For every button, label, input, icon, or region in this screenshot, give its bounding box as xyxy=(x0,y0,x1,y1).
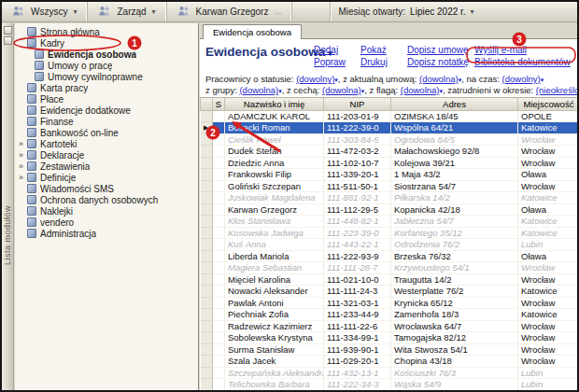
modules-strip-button-icon[interactable] xyxy=(4,26,12,35)
nip-cell: 111-222-39-0 xyxy=(324,122,391,134)
sidebar-item-ochrona-danych-osobowych[interactable]: Ochrona danych osobowych xyxy=(15,194,198,205)
filter-value-dropdown[interactable]: (dowolna) xyxy=(322,85,361,95)
action-dopisz-notatkę[interactable]: Dopisz notatkę xyxy=(407,57,474,67)
action-dopisz-umowę[interactable]: Dopisz umowę xyxy=(407,45,474,55)
name-cell: ADAMCZUK KAROL xyxy=(225,110,324,122)
sidebar-item-label: Kadry xyxy=(40,38,64,49)
status-cell xyxy=(213,286,225,298)
table-row[interactable]: Piechniak Zofia111-233-44-9Zamenhofa 18/… xyxy=(201,309,578,321)
row-selector xyxy=(201,110,213,122)
sidebar-item-strona-glowna[interactable]: Strona główna xyxy=(15,26,198,37)
expand-chevron-icon[interactable]: » xyxy=(19,150,26,160)
action-wyślij-e-mail[interactable]: Wyślij e-mail xyxy=(474,45,571,55)
action-pokaż[interactable]: Pokaż xyxy=(360,45,407,55)
table-row[interactable]: Sobolewska Krystyna111-334-99-1Tamogajsk… xyxy=(201,332,578,344)
tab-ewidencja-osobowa[interactable]: Ewidencja osobowa xyxy=(203,24,302,39)
sidebar-item-umowy-o-prace[interactable]: Umowy o pracę xyxy=(15,60,198,71)
sidebar-item-umowy-cywilnoprawne[interactable]: Umowy cywilnoprawne xyxy=(15,71,198,82)
filter-value-dropdown[interactable]: (dowolna) xyxy=(401,85,440,95)
table-row[interactable]: Kuś Anna111-443-22-1Odrodzenia 76/2Lubin xyxy=(201,239,578,251)
sidebar-item-administracja[interactable]: Administracja xyxy=(15,228,198,239)
filter-value-dropdown[interactable]: (nieokreślony) xyxy=(536,85,577,95)
report-icon xyxy=(27,161,36,171)
view-tab-wszyscy[interactable]: Wszyscy▾ xyxy=(2,2,88,21)
table-row[interactable]: Surma Stanisław111-939-90-1Wita Stwosza … xyxy=(201,343,578,356)
address-cell: Traugutta 14/2 xyxy=(391,273,518,286)
action-popraw[interactable]: Popraw xyxy=(314,57,360,67)
table-row[interactable]: Mięciel Karolina111-021-10-0Traugutta 14… xyxy=(201,273,578,286)
status-cell xyxy=(213,273,225,286)
filter-value-dropdown[interactable]: (dowolny) xyxy=(296,74,334,84)
row-selector xyxy=(201,192,213,204)
view-tab-zarzad[interactable]: Zarząd▾ xyxy=(88,2,166,21)
nip-cell: 111-029-20-1 xyxy=(324,356,391,368)
column-header[interactable]: Miejscowość xyxy=(518,98,578,110)
action-dodaj[interactable]: Dodaj xyxy=(314,45,360,55)
sidebar-item-bankowosc-on-line[interactable]: Bankowość on-line xyxy=(15,127,198,138)
table-row[interactable]: Radzewicz Kazimierz111-111-22-6Wrocławsk… xyxy=(201,320,578,332)
sidebar-item-karta-pracy[interactable]: Karta pracy xyxy=(15,82,198,93)
table-row[interactable]: ADAMCZUK KAROL111-203-01-9OZIMSKA 18/45O… xyxy=(201,110,578,122)
row-selector xyxy=(201,227,213,239)
sidebar-item-place[interactable]: Płace xyxy=(15,93,198,105)
sidebar-item-definicje[interactable]: »Definicje xyxy=(15,172,198,183)
sidebar-item-ewidencja-osobowa[interactable]: Ewidencja osobowa xyxy=(15,49,198,60)
column-header[interactable]: Adres xyxy=(391,98,518,110)
table-row[interactable]: Magiera Sebastian111-111-28-7Krzywousteg… xyxy=(201,262,578,274)
expand-chevron-icon[interactable]: » xyxy=(19,161,26,171)
city-cell: Wrocław xyxy=(518,343,578,356)
column-header[interactable]: Nazwisko i imię xyxy=(225,98,324,110)
table-row[interactable]: Szala Jacek111-029-20-1Chopina 43/18Wroc… xyxy=(201,356,578,368)
action-drukuj[interactable]: Drukuj xyxy=(360,57,407,67)
table-row[interactable]: Telichowska Barbara111-222-34-3Wąska 54/… xyxy=(201,379,578,391)
table-row[interactable]: ▶Bosacki Roman111-222-39-0Wspólna 64/21K… xyxy=(201,122,578,134)
table-row[interactable]: Cieślik Paweł111-303-84-5Ogrodowa 84/5Wr… xyxy=(201,133,578,146)
address-cell: Piłkarska 14/2 xyxy=(391,192,518,204)
table-row[interactable]: Goliński Szczepan111-511-50-1Siostrzana … xyxy=(201,180,578,192)
sidebar-item-ewidencje-dodatkowe[interactable]: Ewidencje dodatkowe xyxy=(15,105,198,116)
column-header[interactable]: NIP xyxy=(324,98,391,110)
expand-chevron-icon[interactable]: » xyxy=(19,139,26,148)
filter-value-dropdown[interactable]: (dowolna) xyxy=(239,85,278,95)
action-biblioteka-dokumentów[interactable]: Biblioteka dokumentów xyxy=(474,57,571,67)
table-row[interactable]: Dudek Stefan111-472-03-2Małachowskiego 9… xyxy=(201,146,578,158)
name-cell: Szala Jacek xyxy=(225,356,324,368)
expand-chevron-icon[interactable]: » xyxy=(19,173,26,182)
action-column: Dopisz umowęDopisz notatkę xyxy=(407,45,474,67)
sidebar-item-finanse[interactable]: Finanse xyxy=(15,116,198,127)
address-cell: Kopanicka 42/18 xyxy=(391,203,518,216)
sidebar-item-wiadomosci-sms[interactable]: Wiadomości SMS xyxy=(15,183,198,194)
chevron-down-icon[interactable]: ▾ xyxy=(471,7,474,16)
name-cell: Magiera Sebastian xyxy=(225,262,324,274)
name-cell: Kosowska Jadwiga xyxy=(225,227,324,239)
modules-strip-button-icon[interactable] xyxy=(4,36,12,45)
table-row[interactable]: Kosowska Jadwiga111-223-39-0Korfantego 3… xyxy=(201,227,578,239)
column-header[interactable]: S xyxy=(213,98,225,110)
sidebar-item-label: Ewidencja osobowa xyxy=(48,49,136,60)
sidebar-item-zestawienia[interactable]: »Zestawienia xyxy=(15,161,198,172)
table-row[interactable]: Kłos Stanisława111-448-82-1Jabłeczna 54/… xyxy=(201,216,578,228)
sidebar-item-kartoteki[interactable]: »Kartoteki xyxy=(15,138,198,149)
table-row[interactable]: Liberda Mariola111-222-93-9Brzeska 76/32… xyxy=(201,250,578,262)
chevron-down-icon[interactable]: ▾ xyxy=(541,77,544,83)
filter-value-dropdown[interactable]: (dowolna) xyxy=(419,74,459,84)
table-row[interactable]: Nowacki Aleksander111-111-24-3Westerplat… xyxy=(201,286,578,298)
table-row[interactable]: Szczepańska Aleksandra111-432-13-1Kościu… xyxy=(201,367,578,379)
table-row[interactable]: Juskowiak Magdalena111-881-92-1Piłkarska… xyxy=(201,192,578,204)
table-row[interactable]: Pawlak Antoni111-321-03-1Krynicka 65/12W… xyxy=(201,297,578,309)
sidebar-item-kadry[interactable]: Kadry xyxy=(15,37,198,49)
open-month-selector[interactable]: Miesiąc otwarty: Lipiec 2022 r. ▾ xyxy=(330,2,481,21)
table-row[interactable]: Frankowski Filip111-339-20-11 Maja 43/2O… xyxy=(201,169,578,181)
filter-bar: Pracownicy o statusie: (dowolny)▾, z akt… xyxy=(205,74,577,96)
table-row[interactable]: Dziedzic Anna111-102-10-7Kolejowa 39/21W… xyxy=(201,157,578,169)
address-cell: Chopina 43/18 xyxy=(391,356,518,368)
table-row[interactable]: Karwan Grzegorz111-112-29-5Kopanicka 42/… xyxy=(201,203,578,216)
filter-value-dropdown[interactable]: (dowolny) xyxy=(502,74,541,84)
sidebar-item-naklejki[interactable]: Naklejki xyxy=(15,205,198,217)
column-header[interactable] xyxy=(201,98,213,110)
people-icon xyxy=(27,38,36,48)
view-tab-karwan-grzegorz[interactable]: Karwan Grzegorz… xyxy=(167,2,293,21)
sidebar-item-vendero[interactable]: vendero xyxy=(15,217,198,228)
sidebar-item-deklaracje[interactable]: »Deklaracje xyxy=(15,149,198,161)
nip-cell: 111-432-13-1 xyxy=(324,367,391,379)
